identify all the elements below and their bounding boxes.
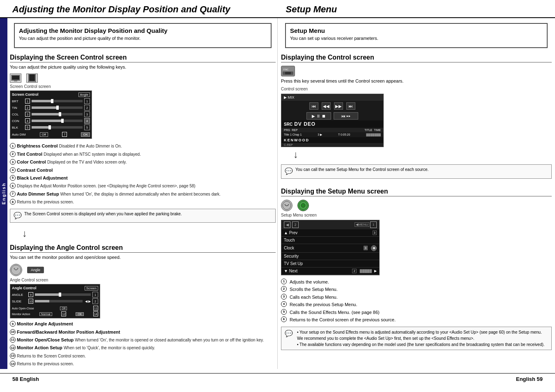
note-title: Black Level Adjustment — [17, 175, 68, 180]
angle-note-item: 11Monitor Open/Close Setup When turned '… — [10, 337, 276, 343]
ssm-num-bottom: 2 — [352, 269, 356, 273]
note-body: Returns to the Screen Control screen. — [17, 354, 86, 358]
svg-point-12 — [301, 203, 305, 208]
csm-btn-prev: ◀◀ — [322, 102, 331, 110]
simple-list-item: 4Recalls the previous Setup Menu. — [281, 301, 552, 308]
angle-control-body: You can set the monitor position and ope… — [10, 254, 276, 261]
svg-rect-9 — [285, 72, 291, 74]
setup-icon-1 — [281, 200, 292, 211]
arrow-down-right: ↓ — [293, 150, 552, 159]
left-column: English Adjusting the Monitor Display Po… — [0, 18, 278, 369]
ssm-top-row: ◀ 2 ◀MENU 1 — [281, 220, 379, 229]
note-content: Returns to the previous screen. — [17, 361, 276, 367]
note-body: When turned 'On', the display is dimmed … — [60, 192, 221, 196]
note-content: Forward/Backward Monitor Position Adjust… — [17, 329, 276, 335]
screen-note-item: 6Displays the Adjust Monitor Position sc… — [10, 183, 276, 189]
control-caption: Control screen — [281, 87, 552, 91]
note-body: Returns to the previous screen. — [17, 362, 74, 366]
simple-list-item: 1Adjusts the volume. — [281, 279, 552, 286]
ssm-num-1: 2 — [292, 221, 299, 228]
footer-right: English 59 — [516, 376, 543, 382]
note-number: 11 — [10, 337, 16, 343]
note-number: 3 — [10, 159, 16, 165]
csm-btn-play: ▶▶ — [334, 102, 343, 110]
simple-item-num: 1 — [281, 279, 287, 284]
simple-list-item: 3Calls each Setup Menu. — [281, 294, 552, 301]
language-sidebar: English — [0, 18, 7, 369]
screen-note-item: 3Color Control Displayed on the TV and V… — [10, 159, 276, 165]
ssm-prev-label: ▲ Prev — [284, 231, 297, 235]
svg-rect-4 — [29, 74, 35, 81]
note-content: Auto Dimmer Setup When turned 'On', the … — [17, 191, 276, 197]
control-note-box: 💬 You can call the same Setup Menu for t… — [281, 164, 552, 178]
angle-device-icon — [10, 264, 22, 276]
control-note-row: 💬 You can call the same Setup Menu for t… — [281, 161, 552, 182]
setup-menu-heading: Displaying the Setup Menu screen — [281, 188, 552, 196]
setup-menu-caption: Setup Menu screen — [281, 213, 552, 217]
simple-item-num: 2 — [281, 286, 287, 292]
note-title: Brightness Control — [17, 143, 58, 148]
setup-device-icons — [281, 200, 552, 211]
note-body: Displayed when an NTSC system image is d… — [44, 152, 141, 157]
screen-note-item: 8Returns to the previous screen. — [10, 199, 276, 205]
screen-control-body: You can adjust the picture quality using… — [10, 64, 276, 70]
note-bullet-item: Your setup on the Sound Effects menu is … — [297, 329, 548, 341]
angle-note-item: 13Returns to the Screen Control screen. — [10, 353, 276, 359]
note-body: When set to 'Quick', the monitor is open… — [64, 346, 155, 350]
setup-screen-mock: ◀ 2 ◀MENU 1 ▲ Prev 3 Touch Clock — [281, 220, 380, 275]
note-number: 13 — [10, 353, 16, 359]
angle-note-item: 12Monitor Action Setup When set to 'Quic… — [10, 345, 276, 351]
simple-item-num: 5 — [281, 309, 287, 315]
note-bullet-item: The available functions vary depending o… — [297, 341, 548, 348]
note-number: 4 — [10, 167, 16, 173]
left-col-content: Adjusting the Monitor Display Position a… — [8, 23, 277, 367]
ssm-security-label: Security — [284, 254, 299, 258]
main-content: English Adjusting the Monitor Display Po… — [0, 18, 555, 369]
screen-note-item: 5Black Level Adjustment — [10, 175, 276, 181]
svg-text:FNC: FNC — [283, 68, 289, 71]
ssm-next-label: ▼ Next — [284, 269, 297, 273]
ssm-tvsetup-label: TV Set Up — [284, 261, 303, 266]
control-screen-heading: Displaying the Control screen — [281, 54, 552, 62]
note-title: Monitor Action Setup — [17, 345, 62, 350]
control-press-text: Press this key several times until the C… — [281, 78, 552, 84]
screen-control-heading: Displaying the Screen Control screen — [10, 54, 276, 62]
ssm-clock-label: Clock — [284, 246, 294, 250]
arrow-down-1: ↓ — [22, 228, 276, 238]
screen-device-icon-2 — [26, 74, 38, 83]
csm-btn-rew: ⏮ — [309, 102, 318, 110]
left-section-subtitle: You can adjust the position and picture … — [19, 36, 267, 41]
note-content: Returns to the previous screen. — [17, 199, 276, 205]
note-title: Tint Control — [17, 152, 42, 157]
screen-note-item: 1Brightness Control Disabled if the Auto… — [10, 143, 276, 149]
svg-rect-1 — [12, 76, 19, 80]
note-number: 10 — [10, 329, 16, 335]
note-number: 8 — [10, 199, 16, 205]
simple-item-text: Returns to the Control screen of the pre… — [290, 316, 396, 323]
ssm-right-icons: ◀MENU 1 — [355, 221, 377, 228]
header-left-title: Adjusting the Monitor Display Position a… — [12, 4, 269, 15]
screen-note-item: 4Contrast Control — [10, 167, 276, 173]
angle-label-btn: Angle — [27, 267, 44, 273]
control-note-text: You can call the same Setup Menu for the… — [295, 167, 428, 173]
note-title: Monitor Angle Adjustment — [17, 321, 73, 326]
note-content: Monitor Angle Adjustment — [17, 321, 276, 327]
setup-note-box: 💬 Your setup on the Sound Effects menu i… — [281, 327, 552, 350]
simple-item-text: Scrolls the Setup Menu. — [290, 286, 338, 293]
note-number: 6 — [10, 183, 16, 189]
note-body: When turned 'On', the monitor is opened … — [75, 338, 264, 342]
ssm-prev-row: ▲ Prev 3 — [281, 229, 379, 237]
note-title: Monitor Open/Close Setup — [17, 337, 74, 342]
angle-note-item: 10Forward/Backward Monitor Position Adju… — [10, 329, 276, 335]
note-body: Returns to the previous screen. — [17, 200, 74, 204]
note-content: Black Level Adjustment — [17, 175, 276, 181]
ssm-num-4: 3 — [364, 246, 368, 250]
page-footer: 58 English English 59 — [0, 373, 555, 385]
csm-btn-play2: ▶ ⏸ ⏹ — [306, 112, 331, 120]
note-bullets: Your setup on the Sound Effects menu is … — [297, 329, 548, 348]
language-label: English — [1, 182, 6, 205]
note-number: 14 — [10, 361, 16, 367]
left-section-box: Adjusting the Monitor Display Position a… — [14, 23, 272, 48]
ssm-clock-row: Clock 3 ◉ — [281, 244, 379, 253]
screen-notes-list: 1Brightness Control Disabled if the Auto… — [10, 141, 276, 226]
